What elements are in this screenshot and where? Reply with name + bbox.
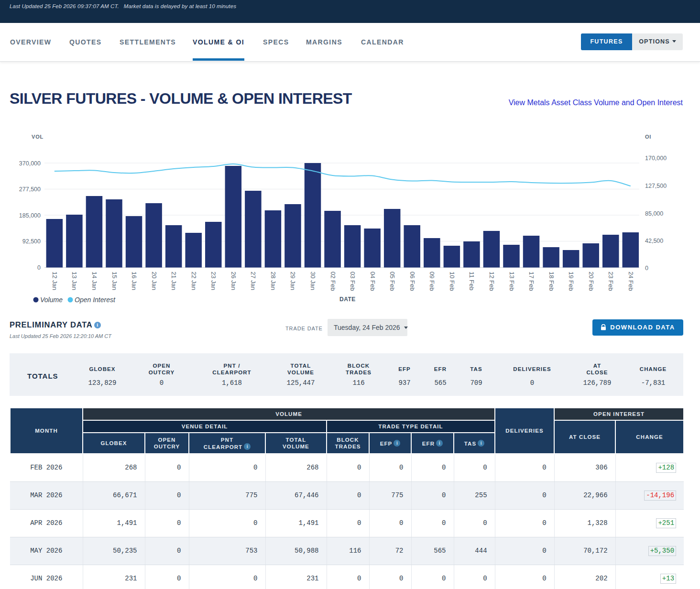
svg-text:05 Feb: 05 Feb [389,272,396,291]
svg-text:09 Feb: 09 Feb [428,272,436,291]
svg-text:21 Jan: 21 Jan [170,272,177,290]
svg-text:06 Feb: 06 Feb [409,272,416,291]
svg-text:02 Feb: 02 Feb [329,272,337,291]
svg-text:370,000: 370,000 [19,160,41,167]
svg-text:04 Feb: 04 Feb [369,272,376,291]
svg-text:DATE: DATE [339,296,356,303]
svg-text:15 Jan: 15 Jan [111,272,118,290]
svg-text:20 Feb: 20 Feb [588,272,595,291]
svg-text:22 Jan: 22 Jan [190,272,197,290]
svg-text:30 Jan: 30 Jan [309,272,317,290]
svg-text:29 Jan: 29 Jan [289,272,296,290]
svg-text:92,500: 92,500 [22,238,41,245]
svg-text:170,000: 170,000 [645,155,667,162]
svg-text:24 Feb: 24 Feb [627,272,634,291]
svg-text:14 Jan: 14 Jan [91,272,98,290]
svg-text:19 Feb: 19 Feb [568,272,575,291]
svg-text:127,500: 127,500 [645,183,667,189]
svg-text:26 Jan: 26 Jan [230,272,237,290]
svg-text:VOL: VOL [32,134,44,140]
svg-text:185,000: 185,000 [19,212,41,219]
svg-text:27 Jan: 27 Jan [250,272,257,290]
svg-text:277,500: 277,500 [19,186,41,193]
svg-text:18 Feb: 18 Feb [548,272,555,291]
svg-text:Volume: Volume [40,296,63,304]
svg-text:13 Jan: 13 Jan [71,272,78,290]
svg-text:10 Feb: 10 Feb [448,272,456,291]
svg-text:85,000: 85,000 [645,210,663,217]
svg-text:11 Feb: 11 Feb [468,272,475,291]
svg-text:0: 0 [645,265,648,272]
svg-text:42,500: 42,500 [645,238,663,244]
svg-text:17 Feb: 17 Feb [528,272,535,291]
svg-text:03 Feb: 03 Feb [349,272,356,291]
svg-text:12 Jan: 12 Jan [51,272,58,290]
svg-text:Open Interest: Open Interest [75,296,116,304]
svg-text:12 Feb: 12 Feb [488,272,495,291]
svg-text:16 Jan: 16 Jan [131,272,138,290]
svg-text:13 Feb: 13 Feb [508,272,515,291]
svg-text:20 Jan: 20 Jan [151,272,158,290]
svg-text:23 Feb: 23 Feb [607,272,614,291]
svg-text:28 Jan: 28 Jan [270,272,277,290]
svg-text:0: 0 [37,264,41,271]
svg-text:23 Jan: 23 Jan [210,272,217,290]
svg-text:OI: OI [645,134,651,140]
